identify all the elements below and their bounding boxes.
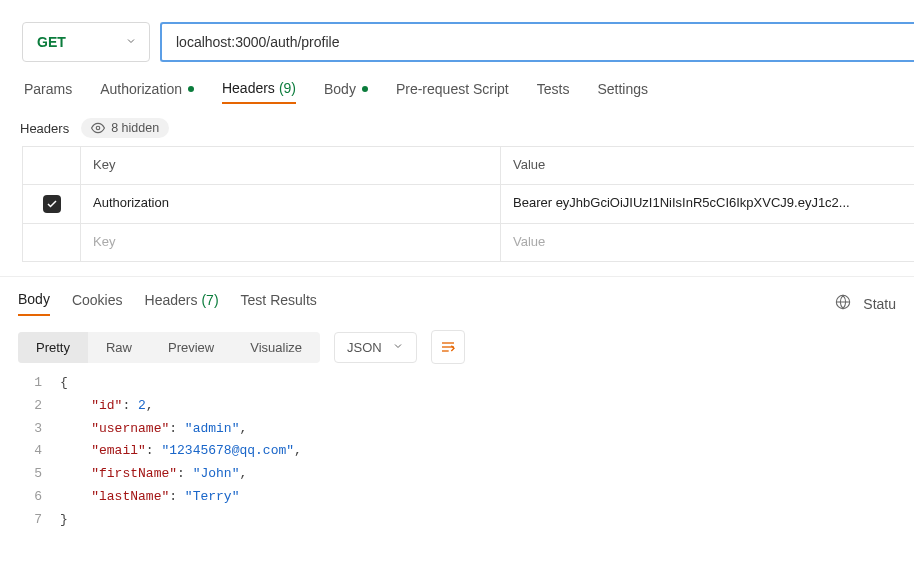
code-text: "lastName": "Terry" bbox=[60, 486, 239, 509]
tab-headers-count: (9) bbox=[279, 80, 296, 96]
code-text: "firstName": "John", bbox=[60, 463, 247, 486]
header-row-key[interactable]: Authorization bbox=[81, 185, 501, 223]
code-line: 2 "id": 2, bbox=[18, 395, 914, 418]
resp-tab-test-results[interactable]: Test Results bbox=[241, 291, 317, 316]
tab-authorization[interactable]: Authorization bbox=[100, 81, 194, 103]
table-row: Key Value bbox=[23, 224, 914, 262]
tab-headers[interactable]: Headers (9) bbox=[222, 80, 296, 104]
response-status-area: Statu bbox=[835, 294, 896, 313]
seg-preview[interactable]: Preview bbox=[150, 332, 232, 363]
headers-key-col: Key bbox=[81, 147, 501, 184]
line-number: 2 bbox=[18, 395, 60, 418]
line-number: 7 bbox=[18, 509, 60, 532]
wrap-lines-button[interactable] bbox=[431, 330, 465, 364]
header-row-value[interactable]: Bearer eyJhbGciOiJIUzI1NiIsInR5cCI6IkpXV… bbox=[501, 185, 914, 223]
chevron-down-icon bbox=[392, 340, 404, 355]
headers-checkbox-col bbox=[23, 147, 81, 184]
code-text: "id": 2, bbox=[60, 395, 154, 418]
body-toolbar: Pretty Raw Preview Visualize JSON bbox=[0, 316, 914, 364]
eye-icon bbox=[91, 121, 105, 135]
globe-icon[interactable] bbox=[835, 294, 851, 313]
hidden-headers-label: 8 hidden bbox=[111, 121, 159, 135]
headers-title: Headers bbox=[20, 121, 69, 136]
code-line: 7} bbox=[18, 509, 914, 532]
chevron-down-icon bbox=[125, 34, 137, 50]
code-line: 6 "lastName": "Terry" bbox=[18, 486, 914, 509]
status-label: Statu bbox=[863, 296, 896, 312]
request-row: GET bbox=[0, 0, 914, 62]
header-row-checkbox[interactable] bbox=[43, 195, 61, 213]
response-tabs: Body Cookies Headers (7) Test Results bbox=[18, 291, 317, 316]
code-line: 4 "email": "12345678@qq.com", bbox=[18, 440, 914, 463]
tab-authorization-label: Authorization bbox=[100, 81, 182, 97]
dot-indicator-icon bbox=[362, 86, 368, 92]
hidden-headers-toggle[interactable]: 8 hidden bbox=[81, 118, 169, 138]
wrap-icon bbox=[440, 339, 456, 355]
headers-table-head: Key Value bbox=[23, 147, 914, 185]
headers-table: Key Value Authorization Bearer eyJhbGciO… bbox=[22, 146, 914, 262]
code-text: "email": "12345678@qq.com", bbox=[60, 440, 302, 463]
table-row: Authorization Bearer eyJhbGciOiJIUzI1NiI… bbox=[23, 185, 914, 224]
resp-tab-headers[interactable]: Headers (7) bbox=[145, 291, 219, 316]
resp-tab-headers-count: (7) bbox=[201, 292, 218, 308]
code-text: } bbox=[60, 509, 68, 532]
seg-visualize[interactable]: Visualize bbox=[232, 332, 320, 363]
tab-headers-label: Headers bbox=[222, 80, 275, 96]
seg-pretty[interactable]: Pretty bbox=[18, 332, 88, 363]
check-icon bbox=[46, 198, 58, 210]
headers-subheader: Headers 8 hidden bbox=[0, 104, 914, 146]
tab-prerequest-script[interactable]: Pre-request Script bbox=[396, 81, 509, 103]
body-view-segment: Pretty Raw Preview Visualize bbox=[18, 332, 320, 363]
tab-tests[interactable]: Tests bbox=[537, 81, 570, 103]
resp-tab-headers-label: Headers bbox=[145, 292, 198, 308]
tab-body[interactable]: Body bbox=[324, 81, 368, 103]
request-tabs: Params Authorization Headers (9) Body Pr… bbox=[0, 62, 914, 104]
url-input[interactable] bbox=[176, 34, 900, 50]
http-method-select[interactable]: GET bbox=[22, 22, 150, 62]
resp-tab-cookies[interactable]: Cookies bbox=[72, 291, 123, 316]
response-code-view[interactable]: 1{2 "id": 2,3 "username": "admin",4 "ema… bbox=[0, 364, 914, 531]
tab-params[interactable]: Params bbox=[24, 81, 72, 103]
code-text: "username": "admin", bbox=[60, 418, 247, 441]
line-number: 3 bbox=[18, 418, 60, 441]
code-line: 1{ bbox=[18, 372, 914, 395]
tab-settings[interactable]: Settings bbox=[597, 81, 648, 103]
line-number: 6 bbox=[18, 486, 60, 509]
code-line: 3 "username": "admin", bbox=[18, 418, 914, 441]
header-row-checkbox-cell bbox=[23, 185, 81, 223]
line-number: 1 bbox=[18, 372, 60, 395]
body-format-select[interactable]: JSON bbox=[334, 332, 417, 363]
code-text: { bbox=[60, 372, 68, 395]
url-input-container bbox=[160, 22, 914, 62]
http-method-label: GET bbox=[37, 34, 66, 50]
header-row-checkbox-cell bbox=[23, 224, 81, 261]
line-number: 4 bbox=[18, 440, 60, 463]
header-row-value-placeholder[interactable]: Value bbox=[501, 224, 914, 261]
body-format-label: JSON bbox=[347, 340, 382, 355]
svg-point-0 bbox=[96, 126, 100, 130]
dot-indicator-icon bbox=[188, 86, 194, 92]
resp-tab-body[interactable]: Body bbox=[18, 291, 50, 316]
tab-body-label: Body bbox=[324, 81, 356, 97]
code-line: 5 "firstName": "John", bbox=[18, 463, 914, 486]
header-row-key-placeholder[interactable]: Key bbox=[81, 224, 501, 261]
line-number: 5 bbox=[18, 463, 60, 486]
response-bar: Body Cookies Headers (7) Test Results St… bbox=[0, 276, 914, 316]
headers-value-col: Value bbox=[501, 147, 914, 184]
seg-raw[interactable]: Raw bbox=[88, 332, 150, 363]
